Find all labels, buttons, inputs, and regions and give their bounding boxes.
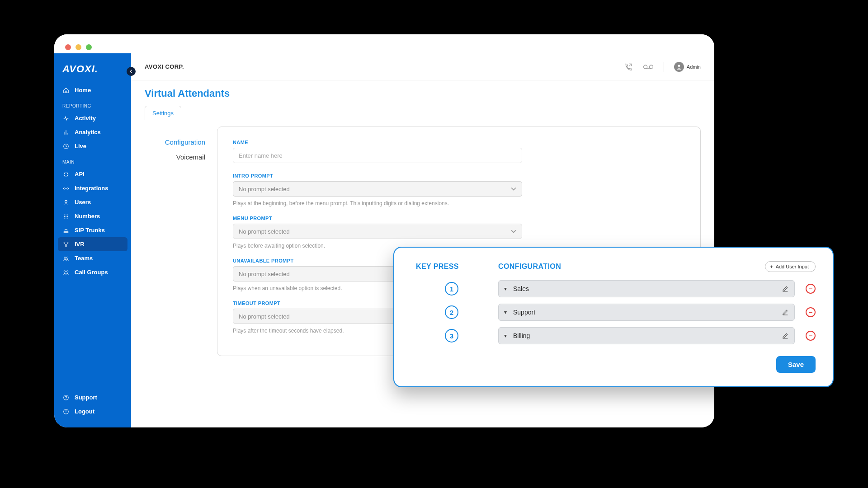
sidebar-item-label: Numbers xyxy=(75,213,100,220)
sidebar-item-users[interactable]: Users xyxy=(54,195,131,209)
key-press-config[interactable]: ▾ Sales xyxy=(498,280,795,297)
sidebar-item-support[interactable]: Support xyxy=(54,390,131,404)
topbar-divider xyxy=(664,62,664,72)
sidebar-item-label: IVR xyxy=(75,241,85,248)
numbers-icon xyxy=(62,213,69,220)
intro-prompt-select[interactable]: No prompt selected xyxy=(233,181,522,197)
remove-row-button[interactable]: − xyxy=(806,307,816,317)
call-forward-icon[interactable] xyxy=(624,62,633,71)
svg-point-4 xyxy=(67,214,68,215)
add-user-input-label: Add User Input xyxy=(776,264,809,269)
remove-row-button[interactable]: − xyxy=(806,331,816,341)
subnav-item-configuration[interactable]: Configuration xyxy=(145,135,212,150)
select-value: No prompt selected xyxy=(239,228,290,235)
minus-icon: − xyxy=(809,309,812,315)
sidebar-item-label: Call Groups xyxy=(75,269,108,276)
sidebar-item-label: Live xyxy=(75,143,86,150)
name-field-label: NAME xyxy=(233,140,685,145)
svg-point-21 xyxy=(643,65,647,69)
key-press-config-label: Billing xyxy=(513,332,530,339)
tab-settings[interactable]: Settings xyxy=(145,106,181,120)
sidebar-collapse-button[interactable] xyxy=(127,67,136,76)
edit-icon[interactable] xyxy=(782,285,789,292)
window-controls xyxy=(54,34,714,53)
chevron-down-icon xyxy=(511,186,516,192)
sidebar-item-numbers[interactable]: Numbers xyxy=(54,209,131,223)
sidebar-item-integrations[interactable]: Integrations xyxy=(54,181,131,195)
svg-point-5 xyxy=(64,216,65,217)
avatar-icon xyxy=(674,62,684,72)
svg-point-15 xyxy=(66,257,68,258)
voicemail-icon[interactable] xyxy=(643,62,654,71)
analytics-icon xyxy=(62,129,69,136)
key-press-row: 3 ▾ Billing − xyxy=(416,327,816,344)
svg-point-3 xyxy=(66,214,66,215)
sidebar-item-analytics[interactable]: Analytics xyxy=(54,125,131,139)
user-menu[interactable]: Admin xyxy=(674,62,701,72)
sidebar-item-live[interactable]: Live xyxy=(54,139,131,153)
sidebar-item-label: Analytics xyxy=(75,129,101,136)
settings-subnav: Configuration Voicemail xyxy=(145,127,212,356)
sidebar-item-api[interactable]: API xyxy=(54,167,131,181)
sidebar-item-label: Teams xyxy=(75,255,93,262)
svg-point-8 xyxy=(64,217,65,218)
sidebar-item-label: SIP Trunks xyxy=(75,227,105,234)
add-user-input-button[interactable]: + Add User Input xyxy=(765,261,816,272)
chevron-down-icon: ▾ xyxy=(504,333,507,339)
save-button[interactable]: Save xyxy=(776,356,816,373)
edit-icon[interactable] xyxy=(782,309,789,316)
minus-icon: − xyxy=(809,286,812,292)
menu-prompt-select[interactable]: No prompt selected xyxy=(233,224,522,239)
panel-heading-key-press: KEY PRESS xyxy=(416,263,498,271)
chevron-down-icon: ▾ xyxy=(504,286,507,292)
svg-point-9 xyxy=(66,217,66,218)
chevron-left-icon xyxy=(129,70,133,73)
sidebar-item-label: Users xyxy=(75,199,91,206)
key-press-row: 1 ▾ Sales − xyxy=(416,280,816,297)
key-press-config[interactable]: ▾ Support xyxy=(498,304,795,321)
sidebar-item-activity[interactable]: Activity xyxy=(54,111,131,125)
maximize-window-icon[interactable] xyxy=(86,44,92,50)
key-press-number: 3 xyxy=(445,329,458,343)
sidebar-item-label: Logout xyxy=(75,408,94,415)
sidebar-item-logout[interactable]: Logout xyxy=(54,404,131,418)
home-icon xyxy=(62,87,69,94)
sidebar-item-ivr[interactable]: IVR xyxy=(58,237,127,251)
key-press-config[interactable]: ▾ Billing xyxy=(498,327,795,344)
integrations-icon xyxy=(62,185,69,192)
sidebar-item-sip-trunks[interactable]: SIP Trunks xyxy=(54,223,131,237)
svg-point-6 xyxy=(66,216,66,217)
svg-point-14 xyxy=(64,257,66,258)
select-value: No prompt selected xyxy=(239,313,290,320)
sidebar-item-home[interactable]: Home xyxy=(54,83,131,97)
name-input[interactable] xyxy=(233,148,522,163)
sidebar-item-label: Integrations xyxy=(75,185,108,192)
close-window-icon[interactable] xyxy=(65,44,71,50)
sidebar-section-reporting: REPORTING xyxy=(54,97,131,111)
edit-icon[interactable] xyxy=(782,332,789,339)
minimize-window-icon[interactable] xyxy=(75,44,81,50)
svg-point-23 xyxy=(678,65,680,67)
sidebar-section-main: MAIN xyxy=(54,153,131,167)
api-icon xyxy=(62,171,69,178)
remove-row-button[interactable]: − xyxy=(806,284,816,294)
menu-prompt-label: MENU PROMPT xyxy=(233,216,685,221)
key-press-config-label: Support xyxy=(513,309,535,316)
minus-icon: − xyxy=(809,333,812,339)
topbar: AVOXI CORP. Admin xyxy=(131,53,714,80)
subnav-item-voicemail[interactable]: Voicemail xyxy=(145,150,212,164)
sidebar-item-teams[interactable]: Teams xyxy=(54,251,131,265)
live-icon xyxy=(62,143,69,150)
chevron-down-icon: ▾ xyxy=(504,309,507,315)
intro-prompt-help: Plays at the beginning, before the menu … xyxy=(233,200,522,206)
intro-prompt-label: INTRO PROMPT xyxy=(233,173,685,178)
sidebar-item-label: API xyxy=(75,171,85,178)
plus-icon: + xyxy=(770,264,773,269)
svg-point-7 xyxy=(67,216,68,217)
svg-point-17 xyxy=(66,270,68,272)
sidebar-item-label: Home xyxy=(75,87,91,94)
svg-point-19 xyxy=(66,399,66,399)
sidebar-item-call-groups[interactable]: Call Groups xyxy=(54,265,131,279)
activity-icon xyxy=(62,115,69,122)
select-value: No prompt selected xyxy=(239,186,290,192)
